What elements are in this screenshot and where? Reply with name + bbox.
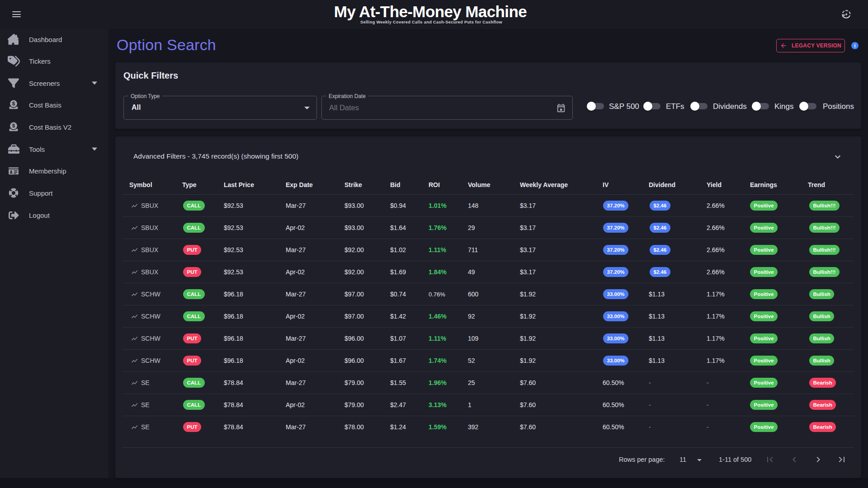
svg-text:$: $ xyxy=(12,101,15,106)
svg-text:$: $ xyxy=(12,123,15,128)
